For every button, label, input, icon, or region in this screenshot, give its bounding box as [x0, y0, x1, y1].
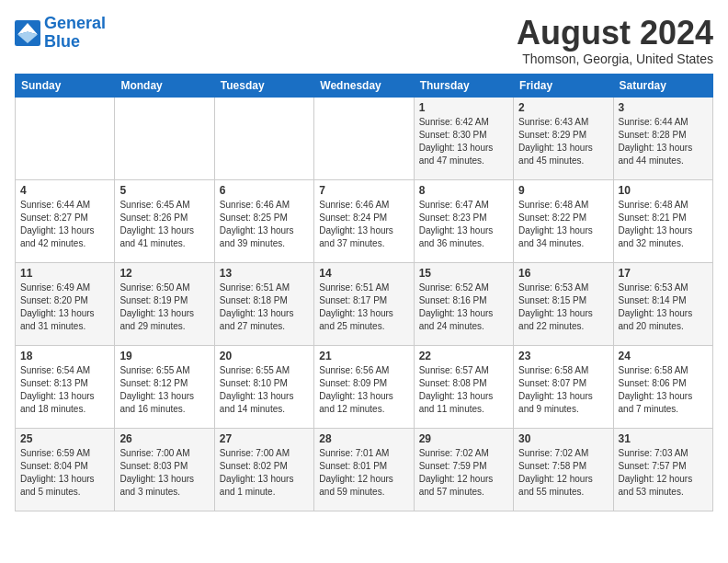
cell-data: Sunrise: 6:44 AM Sunset: 8:27 PM Dayligh… [20, 199, 109, 250]
day-number: 20 [220, 350, 309, 362]
calendar-cell [115, 97, 214, 179]
cell-data: Sunrise: 7:03 AM Sunset: 7:57 PM Dayligh… [619, 447, 708, 499]
calendar-cell: 14Sunrise: 6:51 AM Sunset: 8:17 PM Dayli… [314, 262, 414, 345]
location: Thomson, Georgia, United States [517, 52, 713, 66]
week-row-2: 4Sunrise: 6:44 AM Sunset: 8:27 PM Daylig… [16, 179, 713, 262]
calendar-cell: 18Sunrise: 6:54 AM Sunset: 8:13 PM Dayli… [16, 345, 115, 428]
cell-data: Sunrise: 6:58 AM Sunset: 8:06 PM Dayligh… [619, 364, 708, 416]
calendar-cell [214, 97, 313, 179]
day-number: 2 [518, 101, 608, 114]
cell-data: Sunrise: 6:44 AM Sunset: 8:28 PM Dayligh… [619, 116, 708, 167]
calendar-table: SundayMondayTuesdayWednesdayThursdayFrid… [15, 74, 713, 511]
weekday-header-sunday: Sunday [16, 74, 115, 97]
logo: General Blue [15, 15, 106, 52]
cell-data: Sunrise: 6:53 AM Sunset: 8:15 PM Dayligh… [518, 282, 608, 333]
calendar-cell: 20Sunrise: 6:55 AM Sunset: 8:10 PM Dayli… [214, 345, 313, 428]
calendar-cell: 4Sunrise: 6:44 AM Sunset: 8:27 PM Daylig… [16, 179, 115, 262]
cell-data: Sunrise: 6:43 AM Sunset: 8:29 PM Dayligh… [518, 116, 608, 167]
day-number: 29 [419, 432, 508, 445]
day-number: 10 [619, 184, 708, 197]
calendar-cell: 13Sunrise: 6:51 AM Sunset: 8:18 PM Dayli… [214, 262, 313, 345]
day-number: 31 [619, 432, 708, 445]
calendar-cell: 19Sunrise: 6:55 AM Sunset: 8:12 PM Dayli… [115, 345, 214, 428]
weekday-header-tuesday: Tuesday [214, 74, 313, 97]
cell-data: Sunrise: 6:56 AM Sunset: 8:09 PM Dayligh… [319, 364, 408, 416]
day-number: 15 [419, 267, 508, 280]
title-block: August 2024 Thomson, Georgia, United Sta… [517, 15, 713, 66]
cell-data: Sunrise: 6:53 AM Sunset: 8:14 PM Dayligh… [619, 282, 708, 333]
weekday-header-wednesday: Wednesday [314, 74, 414, 97]
calendar-cell: 10Sunrise: 6:48 AM Sunset: 8:21 PM Dayli… [613, 179, 712, 262]
calendar-cell [314, 97, 414, 179]
logo-icon [15, 20, 40, 46]
week-row-3: 11Sunrise: 6:49 AM Sunset: 8:20 PM Dayli… [16, 262, 713, 345]
cell-data: Sunrise: 6:48 AM Sunset: 8:21 PM Dayligh… [619, 199, 708, 250]
cell-data: Sunrise: 6:45 AM Sunset: 8:26 PM Dayligh… [119, 199, 209, 250]
calendar-cell: 31Sunrise: 7:03 AM Sunset: 7:57 PM Dayli… [613, 428, 712, 511]
calendar-cell: 28Sunrise: 7:01 AM Sunset: 8:01 PM Dayli… [314, 428, 414, 511]
cell-data: Sunrise: 7:01 AM Sunset: 8:01 PM Dayligh… [319, 447, 408, 499]
calendar-cell: 26Sunrise: 7:00 AM Sunset: 8:03 PM Dayli… [115, 428, 214, 511]
day-number: 30 [518, 432, 608, 445]
day-number: 25 [20, 432, 109, 445]
cell-data: Sunrise: 6:51 AM Sunset: 8:17 PM Dayligh… [319, 282, 408, 333]
calendar-cell: 11Sunrise: 6:49 AM Sunset: 8:20 PM Dayli… [16, 262, 115, 345]
day-number: 3 [619, 101, 708, 114]
logo-text: General Blue [44, 15, 106, 52]
calendar-cell: 16Sunrise: 6:53 AM Sunset: 8:15 PM Dayli… [514, 262, 613, 345]
week-row-4: 18Sunrise: 6:54 AM Sunset: 8:13 PM Dayli… [16, 345, 713, 428]
day-number: 23 [518, 350, 608, 362]
day-number: 21 [319, 350, 408, 362]
day-number: 6 [220, 184, 309, 197]
day-number: 22 [419, 350, 508, 362]
day-number: 26 [119, 432, 209, 445]
day-number: 28 [319, 432, 408, 445]
calendar-cell: 23Sunrise: 6:58 AM Sunset: 8:07 PM Dayli… [514, 345, 613, 428]
cell-data: Sunrise: 6:46 AM Sunset: 8:24 PM Dayligh… [319, 199, 408, 250]
weekday-header-thursday: Thursday [414, 74, 513, 97]
calendar-cell: 25Sunrise: 6:59 AM Sunset: 8:04 PM Dayli… [16, 428, 115, 511]
calendar-cell: 17Sunrise: 6:53 AM Sunset: 8:14 PM Dayli… [613, 262, 712, 345]
day-number: 24 [619, 350, 708, 362]
day-number: 27 [220, 432, 309, 445]
cell-data: Sunrise: 6:55 AM Sunset: 8:10 PM Dayligh… [220, 364, 309, 416]
day-number: 8 [419, 184, 508, 197]
cell-data: Sunrise: 6:42 AM Sunset: 8:30 PM Dayligh… [419, 116, 508, 167]
week-row-1: 1Sunrise: 6:42 AM Sunset: 8:30 PM Daylig… [16, 97, 713, 179]
calendar-cell: 6Sunrise: 6:46 AM Sunset: 8:25 PM Daylig… [214, 179, 313, 262]
day-number: 11 [20, 267, 109, 280]
cell-data: Sunrise: 6:59 AM Sunset: 8:04 PM Dayligh… [20, 447, 109, 499]
cell-data: Sunrise: 7:02 AM Sunset: 7:58 PM Dayligh… [518, 447, 608, 499]
calendar-cell [16, 97, 115, 179]
cell-data: Sunrise: 6:58 AM Sunset: 8:07 PM Dayligh… [518, 364, 608, 416]
calendar-cell: 30Sunrise: 7:02 AM Sunset: 7:58 PM Dayli… [514, 428, 613, 511]
calendar-cell: 12Sunrise: 6:50 AM Sunset: 8:19 PM Dayli… [115, 262, 214, 345]
day-number: 18 [20, 350, 109, 362]
calendar-cell: 29Sunrise: 7:02 AM Sunset: 7:59 PM Dayli… [414, 428, 513, 511]
calendar-cell: 24Sunrise: 6:58 AM Sunset: 8:06 PM Dayli… [613, 345, 712, 428]
cell-data: Sunrise: 6:54 AM Sunset: 8:13 PM Dayligh… [20, 364, 109, 416]
cell-data: Sunrise: 6:49 AM Sunset: 8:20 PM Dayligh… [20, 282, 109, 333]
calendar-cell: 2Sunrise: 6:43 AM Sunset: 8:29 PM Daylig… [514, 97, 613, 179]
day-number: 12 [119, 267, 209, 280]
weekday-header-monday: Monday [115, 74, 214, 97]
cell-data: Sunrise: 6:57 AM Sunset: 8:08 PM Dayligh… [419, 364, 508, 416]
calendar-cell: 3Sunrise: 6:44 AM Sunset: 8:28 PM Daylig… [613, 97, 712, 179]
calendar-cell: 8Sunrise: 6:47 AM Sunset: 8:23 PM Daylig… [414, 179, 513, 262]
day-number: 19 [119, 350, 209, 362]
week-row-5: 25Sunrise: 6:59 AM Sunset: 8:04 PM Dayli… [16, 428, 713, 511]
calendar-cell: 5Sunrise: 6:45 AM Sunset: 8:26 PM Daylig… [115, 179, 214, 262]
cell-data: Sunrise: 7:00 AM Sunset: 8:02 PM Dayligh… [220, 447, 309, 499]
cell-data: Sunrise: 6:52 AM Sunset: 8:16 PM Dayligh… [419, 282, 508, 333]
cell-data: Sunrise: 7:02 AM Sunset: 7:59 PM Dayligh… [419, 447, 508, 499]
calendar-cell: 27Sunrise: 7:00 AM Sunset: 8:02 PM Dayli… [214, 428, 313, 511]
day-number: 7 [319, 184, 408, 197]
calendar-cell: 9Sunrise: 6:48 AM Sunset: 8:22 PM Daylig… [514, 179, 613, 262]
day-number: 5 [119, 184, 209, 197]
cell-data: Sunrise: 6:47 AM Sunset: 8:23 PM Dayligh… [419, 199, 508, 250]
page-header: General Blue August 2024 Thomson, Georgi… [15, 15, 713, 66]
calendar-cell: 15Sunrise: 6:52 AM Sunset: 8:16 PM Dayli… [414, 262, 513, 345]
cell-data: Sunrise: 7:00 AM Sunset: 8:03 PM Dayligh… [119, 447, 209, 499]
weekday-header-row: SundayMondayTuesdayWednesdayThursdayFrid… [16, 74, 713, 97]
day-number: 4 [20, 184, 109, 197]
